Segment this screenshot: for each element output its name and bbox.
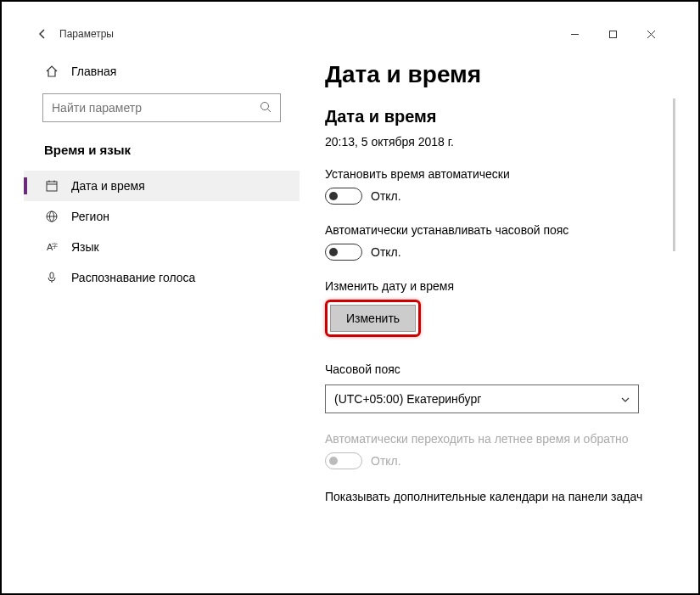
svg-text:字: 字 [52, 243, 58, 249]
calendar-icon [44, 179, 59, 193]
sidebar: Главная Время и язык Дата и время [24, 48, 300, 577]
highlight-box: Изменить [325, 300, 421, 337]
svg-rect-13 [50, 272, 53, 278]
svg-rect-1 [610, 31, 617, 37]
extra-cal-label: Показывать дополнительные календари на п… [325, 488, 670, 506]
auto-tz-toggle[interactable] [325, 244, 362, 261]
dst-label: Автоматически переходить на летнее время… [325, 432, 670, 446]
home-icon [44, 65, 59, 78]
current-datetime: 20:13, 5 октября 2018 г. [325, 135, 670, 149]
home-link[interactable]: Главная [24, 58, 300, 85]
tz-dropdown[interactable]: (UTC+05:00) Екатеринбург [325, 385, 639, 413]
tz-label: Часовой пояс [325, 362, 670, 376]
sidebar-item-language[interactable]: A字 Язык [24, 232, 300, 262]
change-dt-label: Изменить дату и время [325, 279, 670, 293]
tz-value: (UTC+05:00) Екатеринбург [334, 392, 481, 406]
globe-icon [44, 210, 59, 223]
titlebar: Параметры [24, 20, 677, 48]
settings-window: Параметры Главная [0, 0, 700, 595]
sidebar-item-label: Язык [71, 240, 99, 254]
sidebar-item-date-time[interactable]: Дата и время [24, 171, 300, 201]
auto-tz-state: Откл. [371, 245, 401, 259]
section-title: Дата и время [325, 107, 670, 126]
search-box[interactable] [42, 93, 281, 122]
search-input[interactable] [52, 101, 260, 115]
search-icon [260, 101, 272, 115]
change-button[interactable]: Изменить [330, 305, 416, 332]
svg-point-2 [261, 102, 269, 109]
auto-time-label: Установить время автоматически [325, 167, 670, 181]
dst-toggle [325, 452, 362, 469]
page-title: Дата и время [325, 61, 670, 88]
sidebar-item-region[interactable]: Регион [24, 201, 300, 232]
maximize-button[interactable] [594, 22, 632, 46]
auto-time-toggle[interactable] [325, 188, 362, 205]
sidebar-item-label: Распознавание голоса [71, 271, 195, 284]
svg-rect-4 [47, 182, 57, 191]
language-icon: A字 [44, 240, 59, 254]
auto-time-state: Откл. [371, 189, 401, 203]
chevron-down-icon [621, 395, 630, 404]
scrollbar[interactable] [673, 98, 675, 251]
svg-line-3 [268, 109, 272, 112]
home-label: Главная [71, 65, 116, 78]
dst-state: Откл. [371, 454, 401, 468]
close-button[interactable] [632, 22, 670, 46]
sidebar-item-label: Регион [71, 210, 109, 223]
sidebar-item-label: Дата и время [71, 179, 145, 193]
sidebar-section-title: Время и язык [24, 136, 300, 171]
main-content: Дата и время Дата и время 20:13, 5 октяб… [300, 48, 677, 577]
microphone-icon [44, 271, 59, 284]
back-button[interactable] [31, 22, 54, 46]
auto-tz-label: Автоматически устанавливать часовой пояс [325, 223, 670, 237]
app-title: Параметры [59, 28, 114, 40]
sidebar-item-speech[interactable]: Распознавание голоса [24, 262, 300, 293]
minimize-button[interactable] [556, 22, 594, 46]
